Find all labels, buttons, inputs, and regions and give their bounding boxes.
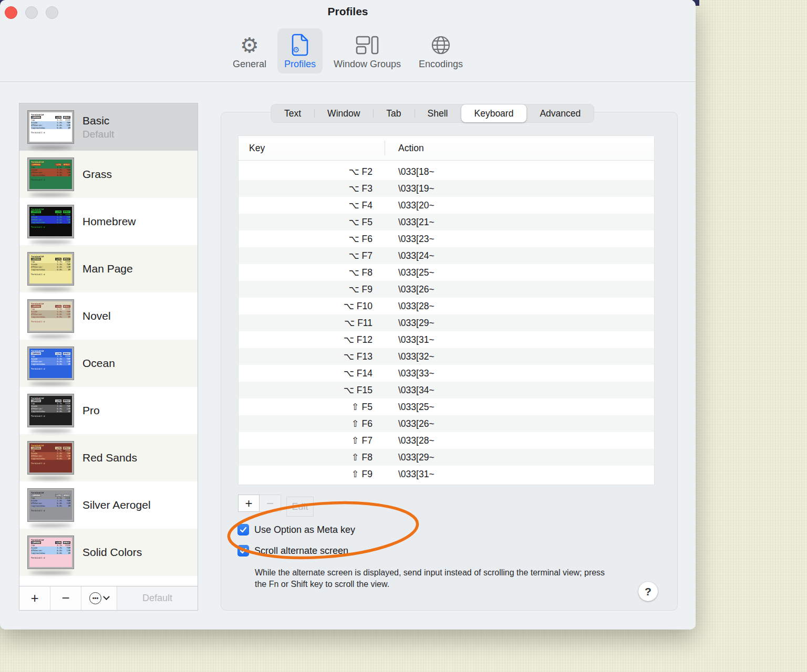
key-cell: ⌥ F6 — [239, 234, 373, 245]
profile-list: Terminal1# COMMAND %CPU RPRVT — [19, 103, 198, 586]
key-cell: ⌥ F7 — [239, 250, 373, 261]
add-key-button[interactable]: + — [238, 495, 260, 512]
profile-name: Novel — [82, 310, 111, 322]
table-row[interactable]: ⌥ F9 \033[26~ — [239, 281, 654, 298]
profile-tab[interactable]: Shell — [415, 104, 461, 122]
thumbnail-prompt: Terminal1 # — [31, 320, 70, 323]
profile-labels: Ocean — [82, 357, 115, 370]
action-cell: \033[25~ — [373, 402, 434, 413]
close-button[interactable] — [5, 6, 17, 19]
key-cell: ⌥ F8 — [239, 267, 373, 278]
profile-row[interactable]: Terminal1# COMMAND %CPU RPRVT — [19, 434, 198, 481]
profile-thumbnail-screen: Terminal1# COMMAND %CPU RPRVT — [29, 396, 72, 425]
table-row[interactable]: ⌥ F4 \033[20~ — [239, 197, 654, 214]
table-row[interactable]: ⌥ F10 \033[28~ — [239, 298, 654, 314]
profile-row[interactable]: Terminal1# COMMAND %CPU RPRVT — [19, 103, 198, 151]
thumbnail-process-row: loginwindow 0.0% 4M — [31, 410, 70, 413]
profile-labels: Basic Default — [82, 114, 114, 140]
profile-row[interactable]: Terminal1# COMMAND %CPU RPRVT — [19, 387, 198, 434]
profile-tab[interactable]: Keyboard — [461, 104, 527, 122]
profile-tab[interactable]: Text — [271, 104, 314, 122]
action-cell: \033[23~ — [373, 234, 434, 245]
titlebar[interactable]: Profiles — [0, 0, 696, 25]
table-row[interactable]: ⌥ F6 \033[23~ — [239, 230, 654, 247]
table-row[interactable]: ⇧ F7 \033[28~ — [239, 432, 654, 449]
action-cell: \033[31~ — [373, 469, 434, 480]
profile-thumbnail: Terminal1# COMMAND %CPU RPRVT — [27, 346, 74, 380]
thumbnail-process-rows: top 4.1% 231K Xcode 1.4% 78M — [31, 402, 70, 413]
profile-row[interactable]: Terminal1# COMMAND %CPU RPRVT — [19, 292, 198, 340]
terminal-preferences-window: Profiles ⚙ General ⚙ Profiles Window Gro… — [0, 0, 696, 629]
table-row[interactable]: ⌥ F11 \033[29~ — [239, 314, 654, 331]
thumbnail-prompt: Terminal1 # — [31, 226, 70, 228]
key-cell: ⌥ F13 — [239, 351, 373, 362]
toolbar-item[interactable]: Window Groups — [327, 28, 408, 74]
profile-thumbnail-screen: Terminal1# COMMAND %CPU RPRVT — [29, 160, 72, 189]
table-row[interactable]: ⌥ F2 \033[18~ — [239, 163, 654, 180]
table-row[interactable]: ⌥ F7 \033[24~ — [239, 247, 654, 264]
profile-labels: Homebrew — [82, 215, 136, 228]
profile-row[interactable]: Terminal1# COMMAND %CPU RPRVT — [19, 198, 198, 245]
key-table-actions: + − Edit — [238, 495, 314, 517]
profile-tab[interactable]: Tab — [373, 104, 414, 122]
preferences-toolbar: ⚙ General ⚙ Profiles Window Groups Encod… — [0, 25, 696, 82]
profile-labels: Pro — [82, 404, 100, 417]
checkbox[interactable] — [237, 524, 249, 536]
action-cell: \033[19~ — [373, 183, 434, 194]
profile-thumbnail: Terminal1# COMMAND %CPU RPRVT — [27, 158, 74, 191]
thumbnail-process-rows: top 4.1% 231K Xcode 1.4% 78M — [31, 260, 70, 271]
table-row[interactable]: ⌥ F14 \033[33~ — [239, 365, 654, 382]
action-cell: \033[33~ — [373, 368, 434, 379]
profile-row[interactable]: Terminal1# COMMAND %CPU RPRVT — [19, 245, 198, 292]
remove-profile-button[interactable]: − — [50, 586, 81, 610]
table-row[interactable]: ⌥ F13 \033[32~ — [239, 348, 654, 365]
key-cell: ⌥ F3 — [239, 183, 373, 194]
table-row[interactable]: ⌥ F15 \033[34~ — [239, 382, 654, 398]
profile-tab[interactable]: Advanced — [526, 104, 594, 122]
thumbnail-process-row: loginwindow 0.0% 4M — [31, 127, 70, 129]
thumbnail-process-rows: top 4.1% 231K Xcode 1.4% 78M — [31, 119, 70, 129]
checkbox[interactable] — [237, 545, 249, 556]
key-cell: ⌥ F4 — [239, 200, 373, 211]
profile-thumbnail-screen: Terminal1# COMMAND %CPU RPRVT — [29, 207, 72, 236]
profile-actions-menu-button[interactable]: ••• — [81, 586, 117, 610]
profile-row[interactable]: Terminal1# COMMAND %CPU RPRVT — [19, 340, 198, 387]
profile-tabs: Text Window Tab Shell Keyboard Advanced — [271, 104, 594, 123]
profile-row[interactable]: Terminal1# COMMAND %CPU RPRVT — [19, 481, 198, 529]
table-row[interactable]: ⇧ F5 \033[25~ — [239, 398, 654, 415]
table-row[interactable]: ⌥ F8 \033[25~ — [239, 264, 654, 281]
profile-tab[interactable]: Window — [314, 104, 373, 122]
table-row[interactable]: ⌥ F12 \033[31~ — [239, 331, 654, 348]
thumbnail-prompt: Terminal1 # — [31, 273, 70, 276]
set-default-button: Default — [117, 586, 198, 610]
profile-thumbnail-screen: Terminal1# COMMAND %CPU RPRVT — [29, 112, 72, 142]
profile-row[interactable]: Terminal1# COMMAND %CPU RPRVT — [19, 529, 198, 576]
profile-row[interactable]: Terminal1# COMMAND %CPU RPRVT — [19, 151, 198, 198]
toolbar-item-icon-slot: ⚙ — [290, 33, 310, 57]
thumbnail-process-rows: top 4.1% 231K Xcode 1.4% 78M — [31, 497, 70, 507]
column-header-action[interactable]: Action — [398, 143, 424, 154]
table-row[interactable]: ⌥ F5 \033[21~ — [239, 214, 654, 230]
profile-tab-label: Tab — [386, 108, 401, 119]
table-row[interactable]: ⇧ F8 \033[29~ — [239, 449, 654, 466]
toolbar-item[interactable]: ⚙ Profiles — [277, 28, 323, 74]
profile-thumbnail-screen: Terminal1# COMMAND %CPU RPRVT — [29, 254, 72, 284]
profile-tab-label: Shell — [428, 108, 448, 119]
table-row[interactable]: ⇧ F9 \033[31~ — [239, 466, 654, 482]
edit-key-button: Edit — [286, 497, 314, 517]
table-row[interactable]: ⌥ F3 \033[19~ — [239, 180, 654, 197]
profile-sidebar: Terminal1# COMMAND %CPU RPRVT — [19, 103, 198, 611]
thumbnail-prompt: Terminal1 # — [31, 415, 70, 417]
column-header-key[interactable]: Key — [239, 143, 265, 154]
thumbnail-process-row: loginwindow 0.0% 4M — [31, 552, 70, 554]
toolbar-item[interactable]: ⚙ General — [226, 28, 273, 74]
toolbar-item[interactable]: Encodings — [412, 28, 470, 74]
help-button[interactable]: ? — [638, 582, 658, 601]
table-header: Key Action — [239, 136, 654, 161]
table-row[interactable]: ⇧ F6 \033[26~ — [239, 415, 654, 432]
key-cell: ⌥ F2 — [239, 166, 373, 177]
add-profile-button[interactable]: + — [19, 586, 50, 610]
profile-default-badge: Default — [82, 129, 114, 140]
traffic-lights — [5, 6, 58, 19]
profile-thumbnail: Terminal1# COMMAND %CPU RPRVT — [27, 252, 74, 286]
